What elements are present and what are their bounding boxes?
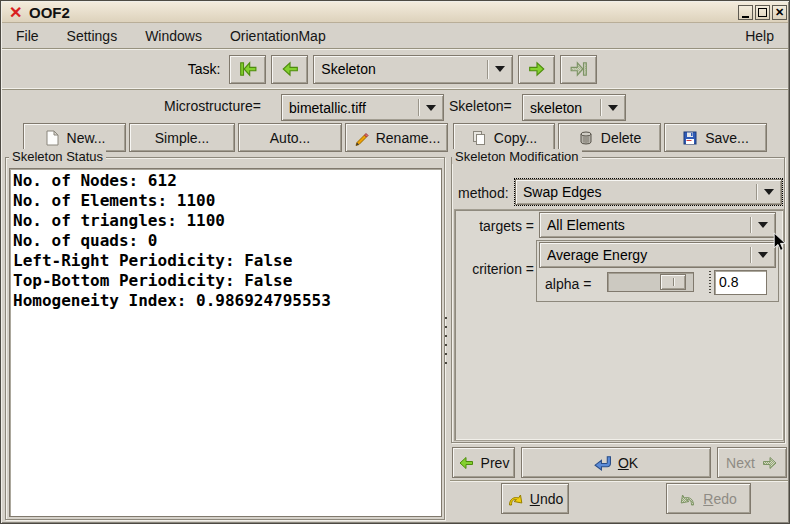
new-button[interactable]: New... <box>23 123 126 152</box>
microstructure-select-value: bimetallic.tiff <box>289 100 418 116</box>
combo-separator <box>600 99 602 116</box>
criterion-select[interactable]: Average Energy <box>539 242 776 268</box>
combo-separator <box>418 99 420 116</box>
auto-button[interactable]: Auto... <box>238 123 342 152</box>
next-button-label: Next <box>726 455 755 471</box>
rename-pencil-icon <box>353 130 369 146</box>
task-first-button[interactable] <box>229 55 266 84</box>
save-floppy-icon <box>682 130 698 146</box>
ok-return-arrow-icon <box>594 454 611 471</box>
skeleton-select[interactable]: skeleton <box>522 94 626 121</box>
first-arrow-icon <box>239 60 257 78</box>
alpha-input[interactable]: 0.8 <box>714 270 767 295</box>
close-button[interactable]: ✕ <box>772 5 787 20</box>
criterion-select-value: Average Energy <box>547 247 750 263</box>
combo-separator <box>750 247 752 263</box>
method-label: method: <box>458 185 509 201</box>
skeleton-select-value: skeleton <box>530 100 600 116</box>
copy-pages-icon <box>471 130 487 146</box>
copy-button[interactable]: Copy... <box>453 123 555 152</box>
alpha-slider-handle[interactable] <box>660 274 686 290</box>
new-button-label: New... <box>67 130 106 146</box>
chevron-down-icon <box>758 222 768 228</box>
targets-select[interactable]: All Elements <box>539 212 776 238</box>
microstructure-select[interactable]: bimetallic.tiff <box>281 94 444 121</box>
skeleton-modification-title: Skeleton Modification <box>452 149 582 164</box>
task-select[interactable]: Skeleton <box>313 55 513 84</box>
redo-button-label: Redo <box>703 491 736 507</box>
menu-windows[interactable]: Windows <box>145 28 202 44</box>
prev-button-label: Prev <box>481 455 510 471</box>
combo-separator <box>756 184 758 200</box>
window-title: OOF2 <box>29 4 70 21</box>
save-button[interactable]: Save... <box>664 123 767 152</box>
skeleton-label: Skeleton= <box>449 98 512 114</box>
criterion-label: criterion = <box>458 261 534 277</box>
prev-button[interactable]: Prev <box>452 447 515 478</box>
undo-button[interactable]: Undo <box>501 483 569 514</box>
minimize-icon <box>742 16 749 18</box>
skeleton-status-group: Skeleton Status No. of Nodes: 612 No. of… <box>5 157 445 520</box>
auto-button-label: Auto... <box>270 130 310 146</box>
task-nav-row: Task: Skeleton <box>2 48 788 90</box>
status-line-homogeneity: Homogeneity Index: 0.986924795553 <box>13 291 438 311</box>
delete-button[interactable]: Delete <box>558 123 661 152</box>
menu-help[interactable]: Help <box>745 28 774 44</box>
chevron-down-icon <box>426 105 436 111</box>
status-line-quads: No. of quads: 0 <box>13 231 438 251</box>
targets-label: targets = <box>458 218 534 234</box>
maximize-icon <box>758 8 767 17</box>
status-line-triangles: No. of triangles: 1100 <box>13 211 438 231</box>
menu-file[interactable]: File <box>16 28 39 44</box>
method-select[interactable]: Swap Edges <box>515 179 782 205</box>
combo-separator <box>750 217 752 233</box>
task-forward-button[interactable] <box>518 55 555 84</box>
rename-button-label: Rename... <box>376 130 441 146</box>
next-button[interactable]: Next <box>717 447 787 478</box>
save-button-label: Save... <box>705 130 749 146</box>
microstructure-label: Microstructure= <box>164 98 261 114</box>
status-line-lr-periodicity: Left-Right Periodicity: False <box>13 251 438 271</box>
copy-button-label: Copy... <box>494 130 537 146</box>
menu-bar: File Settings Windows OrientationMap Hel… <box>2 24 788 48</box>
rename-button[interactable]: Rename... <box>345 123 448 152</box>
trash-icon <box>578 130 594 146</box>
undo-arrow-icon <box>507 491 523 507</box>
undo-row-separator <box>450 480 788 482</box>
skeleton-status-title: Skeleton Status <box>9 149 106 164</box>
chevron-down-icon <box>758 252 768 258</box>
simple-button-label: Simple... <box>155 130 209 146</box>
status-line-tb-periodicity: Top-Bottom Periodicity: False <box>13 271 438 291</box>
status-line-elements: No. of Elements: 1100 <box>13 191 438 211</box>
skeleton-status-text: No. of Nodes: 612 No. of Elements: 1100 … <box>9 168 442 517</box>
menu-orientationmap[interactable]: OrientationMap <box>230 28 326 44</box>
pane-divider-grip[interactable] <box>444 317 448 371</box>
task-label: Task: <box>188 61 221 77</box>
minimize-button[interactable] <box>738 5 753 20</box>
prev-arrow-icon <box>458 455 474 471</box>
redo-button[interactable]: Redo <box>666 483 751 514</box>
next-arrow-icon <box>762 455 778 471</box>
simple-button[interactable]: Simple... <box>129 123 235 152</box>
alpha-slider[interactable] <box>607 272 694 292</box>
alpha-resize-grip[interactable] <box>708 271 711 294</box>
chevron-down-icon <box>608 105 618 111</box>
delete-button-label: Delete <box>601 130 641 146</box>
ok-button[interactable]: OK <box>521 447 711 478</box>
redo-arrow-icon <box>680 491 696 507</box>
ok-button-label: OK <box>618 455 638 471</box>
title-bar[interactable]: ✕ OOF2 ✕ <box>2 2 788 23</box>
undo-button-label: Undo <box>530 491 563 507</box>
combo-separator <box>487 60 489 79</box>
targets-select-value: All Elements <box>547 217 750 233</box>
back-arrow-icon <box>281 60 299 78</box>
alpha-label: alpha = <box>545 276 591 292</box>
task-last-button[interactable] <box>560 55 597 84</box>
chevron-down-icon <box>764 189 774 195</box>
red-x-logo: ✕ <box>9 3 22 22</box>
status-line-nodes: No. of Nodes: 612 <box>13 171 438 191</box>
task-back-button[interactable] <box>271 55 308 84</box>
last-arrow-icon <box>570 60 588 78</box>
maximize-button[interactable] <box>755 5 770 20</box>
menu-settings[interactable]: Settings <box>67 28 118 44</box>
